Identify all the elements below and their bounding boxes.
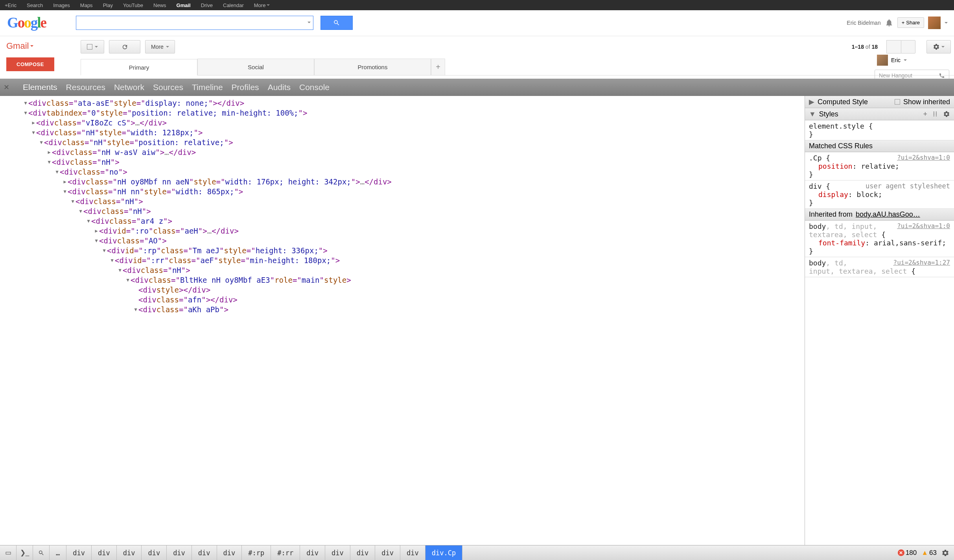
devtools-tab-audits[interactable]: Audits — [268, 83, 291, 92]
dom-tree[interactable]: ▼<div class="ata-asE" style="display: no… — [0, 96, 805, 545]
refresh-button[interactable] — [109, 40, 140, 53]
breadcrumb-item[interactable]: div — [66, 545, 92, 560]
source-link[interactable]: ?ui=2&shva=1:0 — [897, 222, 950, 230]
select-all-checkbox[interactable] — [81, 40, 104, 53]
expand-arrow-icon[interactable]: ▼ — [133, 305, 138, 315]
expand-arrow-icon[interactable]: ▼ — [78, 206, 83, 216]
search-button[interactable] — [320, 16, 353, 30]
dom-node[interactable]: ▶<div id=":ro" class="aeH">…</div> — [94, 226, 805, 236]
settings-button[interactable] — [926, 40, 951, 53]
nav-images[interactable]: Images — [53, 2, 70, 8]
dom-node[interactable]: ▼<div class="aKh aPb"> — [133, 305, 805, 315]
more-button[interactable]: More — [145, 40, 175, 53]
dom-node[interactable]: ▼<div class="ar4 z"> — [86, 216, 805, 226]
dom-node[interactable]: ▼<div class="nH"> — [46, 157, 805, 167]
expand-arrow-icon[interactable]: ▼ — [109, 256, 115, 265]
dom-node[interactable]: ▼<div class="nH"> — [70, 197, 805, 206]
dom-node[interactable]: ▼<div id=":rr" class="aeF" style="min-he… — [109, 256, 805, 265]
inherited-link[interactable]: body.aAU.hasGoo… — [856, 210, 920, 219]
compose-button[interactable]: COMPOSE — [6, 57, 54, 71]
nav-calendar[interactable]: Calendar — [223, 2, 244, 8]
breadcrumb-item[interactable]: div — [375, 545, 400, 560]
expand-arrow-icon[interactable]: ▼ — [31, 128, 36, 138]
dom-node[interactable]: <div class="afn"></div> — [133, 295, 805, 305]
css-rule-div[interactable]: user agent stylesheet div { display: blo… — [805, 181, 954, 209]
devtools-tab-console[interactable]: Console — [299, 83, 330, 92]
pager-next-button[interactable] — [901, 40, 915, 53]
dom-node[interactable]: ▼<div class="BltHke nH oy8Mbf aE3" role=… — [125, 275, 805, 285]
breadcrumb-item[interactable]: div — [167, 545, 192, 560]
google-logo[interactable]: Google — [7, 14, 46, 31]
breadcrumb-item[interactable]: #:rr — [271, 545, 300, 560]
expand-arrow-icon[interactable]: ▼ — [23, 108, 28, 118]
devtools-tab-timeline[interactable]: Timeline — [192, 83, 223, 92]
devtools-tab-network[interactable]: Network — [114, 83, 144, 92]
devtools-tab-resources[interactable]: Resources — [66, 83, 105, 92]
expand-arrow-icon[interactable]: ▼ — [101, 246, 107, 256]
add-rule-icon[interactable]: + — [923, 110, 927, 118]
source-link[interactable]: ?ui=2&shva=1:27 — [893, 259, 950, 266]
expand-arrow-icon[interactable]: ▼ — [46, 157, 52, 167]
gear-icon[interactable] — [941, 549, 949, 557]
nav-more[interactable]: More — [254, 2, 270, 8]
nav-news[interactable]: News — [153, 2, 166, 8]
devtools-tab-sources[interactable]: Sources — [153, 83, 183, 92]
dom-node[interactable]: ▼<div id=":rp" class="Tm aeJ" style="hei… — [101, 246, 805, 256]
toggle-state-icon[interactable]: ⁞⁞ — [933, 110, 937, 118]
computed-style-header[interactable]: ▶ Computed Style Show inherited — [805, 96, 954, 108]
css-rule-body-2[interactable]: ?ui=2&shva=1:27 body, td, input, textare… — [805, 257, 954, 277]
breadcrumb-item[interactable]: div — [217, 545, 242, 560]
dom-node[interactable]: ▼<div class="AO"> — [94, 236, 805, 246]
breadcrumb-item[interactable]: div — [117, 545, 142, 560]
dom-node[interactable]: ▶<div class="vI8oZc cS">…</div> — [31, 118, 805, 128]
devtools-tab-elements[interactable]: Elements — [23, 83, 57, 92]
expand-arrow-icon[interactable]: ▶ — [31, 118, 36, 128]
css-rule-body-1[interactable]: ?ui=2&shva=1:0 body, td, input, textarea… — [805, 221, 954, 257]
css-rule-cp[interactable]: ?ui=2&shva=1:0 .Cp { position: relative;… — [805, 152, 954, 181]
expand-arrow-icon[interactable]: ▼ — [62, 187, 68, 197]
tab-primary[interactable]: Primary — [81, 59, 197, 76]
expand-arrow-icon[interactable]: ▶ — [62, 177, 68, 187]
bell-icon[interactable] — [885, 18, 893, 27]
search-input[interactable] — [76, 16, 313, 30]
dom-node[interactable]: <div style></div> — [133, 285, 805, 295]
dom-node[interactable]: ▼<div class="nH"> — [117, 265, 805, 275]
breadcrumb-item[interactable]: div — [350, 545, 376, 560]
devtools-tab-profiles[interactable]: Profiles — [232, 83, 259, 92]
chevron-down-icon[interactable] — [308, 22, 311, 23]
expand-arrow-icon[interactable]: ▶ — [46, 147, 52, 157]
element-style-rule[interactable]: element.style { } — [805, 120, 954, 140]
breadcrumb-item[interactable]: #:rp — [242, 545, 271, 560]
expand-arrow-icon[interactable]: ▼ — [70, 197, 76, 206]
expand-arrow-icon[interactable]: ▶ — [94, 226, 99, 236]
dom-node[interactable]: ▶<div class="nH oy8Mbf nn aeN" style="wi… — [62, 177, 805, 187]
console-toggle-button[interactable]: ❯_ — [17, 545, 33, 560]
expand-arrow-icon[interactable]: ▼ — [94, 236, 99, 246]
nav-drive[interactable]: Drive — [201, 2, 213, 8]
dom-node[interactable]: ▼<div class="nH" style="width: 1218px;"> — [31, 128, 805, 138]
breadcrumb-item[interactable]: div — [192, 545, 217, 560]
hangouts-user[interactable]: Eric — [875, 52, 949, 68]
inspect-button[interactable] — [33, 545, 50, 560]
expand-arrow-icon[interactable]: ▼ — [125, 275, 131, 285]
expand-arrow-icon[interactable]: ▼ — [86, 216, 91, 226]
nav-search[interactable]: Search — [27, 2, 43, 8]
close-button[interactable]: ✕ — [2, 83, 10, 91]
breadcrumb-item[interactable]: div — [142, 545, 167, 560]
dock-button[interactable]: ▭ — [0, 545, 17, 560]
tab-add[interactable]: + — [431, 59, 445, 75]
avatar[interactable] — [928, 17, 941, 29]
gmail-brand[interactable]: Gmail — [6, 41, 76, 51]
breadcrumb-item[interactable]: div — [400, 545, 425, 560]
expand-arrow-icon[interactable]: ▼ — [54, 167, 60, 177]
nav-plus-user[interactable]: +Eric — [5, 2, 17, 8]
dom-node[interactable]: ▶<div class="nH w-asV aiw">…</div> — [46, 147, 805, 157]
dom-node[interactable]: ▼<div class="nH"> — [78, 206, 805, 216]
tab-promotions[interactable]: Promotions — [314, 59, 431, 75]
crumb-overflow[interactable]: … — [50, 545, 66, 560]
show-inherited-checkbox[interactable] — [895, 99, 900, 105]
gear-icon[interactable] — [943, 111, 950, 118]
expand-arrow-icon[interactable]: ▼ — [39, 138, 44, 147]
breadcrumb-item[interactable]: div — [92, 545, 117, 560]
dom-node[interactable]: ▼<div tabindex="0" style="position: rela… — [23, 108, 805, 118]
